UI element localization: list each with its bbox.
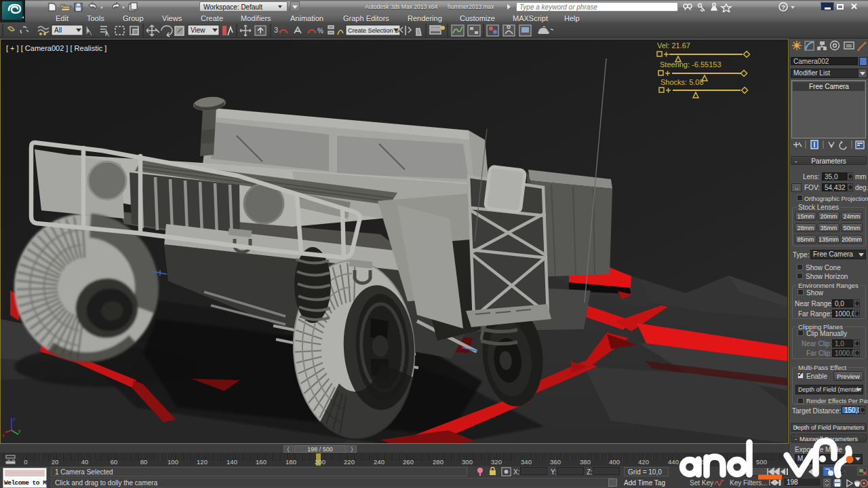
svg-text:Create Selection Se: Create Selection Se	[348, 27, 402, 34]
svg-text:3: 3	[274, 26, 278, 34]
svg-text:Vel: 21.67: Vel: 21.67	[657, 41, 690, 50]
svg-text:Shocks: 5.08: Shocks: 5.08	[660, 78, 704, 86]
svg-text:?: ?	[782, 4, 786, 11]
svg-text:All: All	[54, 26, 62, 34]
svg-text:x: x	[2, 433, 5, 438]
svg-text:%: %	[317, 27, 323, 35]
svg-text:y: y	[18, 428, 21, 434]
svg-text:Steering: -6.55153: Steering: -6.55153	[660, 60, 722, 69]
svg-text:z: z	[13, 417, 16, 421]
svg-text:View: View	[191, 26, 205, 34]
